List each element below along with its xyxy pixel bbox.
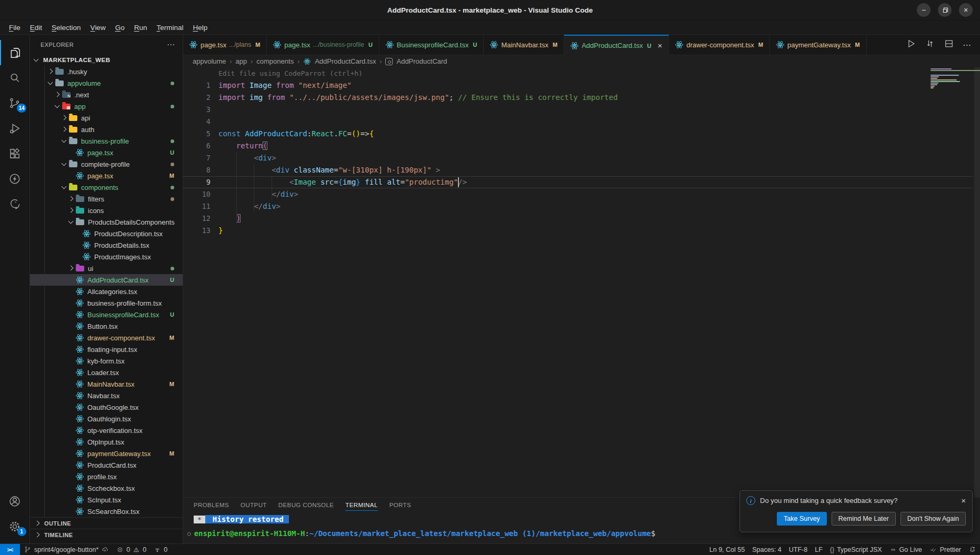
eol-item[interactable]: LF [811,544,826,555]
settings-gear-icon[interactable]: 1 [0,514,30,539]
workspace-root[interactable]: MARKETPLACE_WEB [30,54,183,66]
tree-item-Navbar.tsx[interactable]: Navbar.tsx [30,390,183,401]
problems-item[interactable]: 0 0 [113,544,150,555]
tree-item-ScInput.tsx[interactable]: ScInput.tsx [30,494,183,506]
menu-file[interactable]: File [4,22,25,33]
tree-item-appvolume[interactable]: appvolume [30,77,183,89]
tree-item-Loader.tsx[interactable]: Loader.tsx [30,367,183,378]
explorer-more-actions-icon[interactable]: ⋯ [167,40,175,49]
breadcrumb-file[interactable]: AddProductCard.tsx [315,57,376,65]
tab-drawer-component.tsx[interactable]: drawer-component.tsxM [669,35,770,55]
restore-button[interactable] [938,3,952,17]
close-notification-icon[interactable]: × [961,496,966,505]
tree-item-icons[interactable]: icons [30,205,183,216]
run-or-debug-icon[interactable] [925,38,935,51]
menu-go[interactable]: Go [111,22,129,33]
run-debug-icon[interactable] [0,116,30,141]
tree-item-drawer-component.tsx[interactable]: drawer-component.tsxM [30,332,183,344]
take-survey-button[interactable]: Take Survey [777,512,827,526]
tree-item-OauthGoogle.tsx[interactable]: OauthGoogle.tsx [30,401,183,413]
language-mode-item[interactable]: {}TypeScript JSX [826,544,886,555]
extensions-icon[interactable] [0,141,30,166]
tree-item-OtpInput.tsx[interactable]: OtpInput.tsx [30,436,183,448]
notifications-item[interactable] [965,544,980,555]
thunder-client-icon[interactable] [0,166,30,191]
go-live-item[interactable]: Go Live [886,544,926,555]
close-window-button[interactable]: × [959,3,973,17]
encoding-item[interactable]: UTF-8 [785,544,811,555]
dont-show-again-button[interactable]: Don't Show Again [901,512,966,526]
tab-page.tsx[interactable]: page.tsx.../plansM [183,35,267,55]
menu-help[interactable]: Help [188,22,212,33]
minimize-button[interactable]: − [917,3,931,17]
remote-indicator[interactable]: >< [0,544,20,555]
split-editor-icon[interactable] [944,38,954,51]
tree-item-business-profile-form.tsx[interactable]: business-profile-form.tsx [30,297,183,309]
tree-item-BusinessprofileCard.tsx[interactable]: BusinessprofileCard.tsxU [30,309,183,320]
explorer-icon[interactable] [0,40,30,65]
tree-item-Allcategories.tsx[interactable]: Allcategories.tsx [30,286,183,297]
tree-item-ProductDetails.tsx[interactable]: ProductDetails.tsx [30,239,183,251]
tree-item-AddProductCard.tsx[interactable]: AddProductCard.tsxU [30,274,183,286]
tab-paymentGateway.tsx[interactable]: paymentGateway.tsxM [770,35,867,55]
tree-item-components[interactable]: components [30,181,183,193]
indentation-item[interactable]: Spaces: 4 [748,544,785,555]
codeparrot-icon[interactable] [0,191,30,217]
tree-item-kyb-form.tsx[interactable]: kyb-form.tsx [30,355,183,367]
menu-terminal[interactable]: Terminal [152,22,188,33]
menu-selection[interactable]: Selection [47,22,86,33]
tree-item-ui[interactable]: ui [30,263,183,274]
tree-item-paymentGateway.tsx[interactable]: paymentGateway.tsxM [30,448,183,459]
code-editor[interactable]: Edit file using CodeParrot (ctrl+h) 1imp… [183,67,980,497]
breadcrumb-folder[interactable]: components [256,57,294,65]
tree-item-page.tsx[interactable]: page.tsxM [30,170,183,181]
tree-item-otp-verification.tsx[interactable]: otp-verification.tsx [30,425,183,436]
run-file-icon[interactable] [906,38,916,51]
close-tab-icon[interactable]: × [657,41,662,50]
panel-tab-ports[interactable]: PORTS [389,502,411,511]
tree-item-business-profile[interactable]: business-profile [30,135,183,147]
tree-item-api[interactable]: api [30,112,183,124]
breadcrumb-folder[interactable]: appvolume [193,57,226,65]
tree-item-floating-input.tsx[interactable]: floating-input.tsx [30,344,183,355]
tree-item-MainNavbar.tsx[interactable]: MainNavbar.tsxM [30,378,183,390]
panel-tab-output[interactable]: OUTPUT [241,502,267,511]
tree-item-auth[interactable]: auth [30,124,183,135]
tree-item-ProductDescription.tsx[interactable]: ProductDescription.tsx [30,228,183,239]
ports-item[interactable]: 0 [150,544,171,555]
tree-item-Sccheckbox.tsx[interactable]: Sccheckbox.tsx [30,482,183,494]
tab-AddProductCard.tsx[interactable]: AddProductCard.tsxU× [564,35,669,55]
tree-item-ProductCard.tsx[interactable]: ProductCard.tsx [30,459,183,471]
panel-tab-terminal[interactable]: TERMINAL [345,502,377,511]
tree-item-page.tsx[interactable]: page.tsxU [30,147,183,158]
editor-scrollbar[interactable] [974,67,980,497]
tab-MainNavbar.tsx[interactable]: MainNavbar.tsxM [484,35,564,55]
tree-item-Button.tsx[interactable]: Button.tsx [30,320,183,332]
menu-edit[interactable]: Edit [25,22,47,33]
tree-item-Oauthlogin.tsx[interactable]: Oauthlogin.tsx [30,413,183,425]
tree-item-complete-profile[interactable]: complete-profile [30,158,183,170]
tree-item-ProductsDetailsComponents[interactable]: ProductsDetailsComponents [30,216,183,228]
panel-tab-debug-console[interactable]: DEBUG CONSOLE [278,502,334,511]
panel-tab-problems[interactable]: PROBLEMS [194,502,229,511]
git-branch-item[interactable]: sprint4/google-button* [20,544,113,555]
source-control-icon[interactable]: 14 [0,90,30,116]
outline-section[interactable]: OUTLINE [30,517,183,529]
tree-item-ScSearchBox.tsx[interactable]: ScSearchBox.tsx [30,506,183,517]
breadcrumb-symbol[interactable]: AddProductCard [396,57,447,65]
search-icon[interactable] [0,65,30,90]
tree-item-profile.tsx[interactable]: profile.tsx [30,471,183,482]
prettier-item[interactable]: Prettier [926,544,965,555]
tree-item-app[interactable]: ▦app [30,100,183,112]
menu-run[interactable]: Run [129,22,152,33]
remind-me-later-button[interactable]: Remind Me Later [832,512,896,526]
tree-item-ProductImages.tsx[interactable]: ProductImages.tsx [30,251,183,263]
tree-item-.next[interactable]: N.next [30,89,183,100]
tab-page.tsx[interactable]: page.tsx.../business-profileU [267,35,379,55]
tree-item-.husky[interactable]: .husky [30,66,183,77]
breadcrumb-folder[interactable]: app [236,57,247,65]
minimap[interactable] [931,68,972,88]
cursor-position-item[interactable]: Ln 9, Col 55 [706,544,748,555]
menu-view[interactable]: View [86,22,111,33]
tree-item-filters[interactable]: filters [30,193,183,205]
